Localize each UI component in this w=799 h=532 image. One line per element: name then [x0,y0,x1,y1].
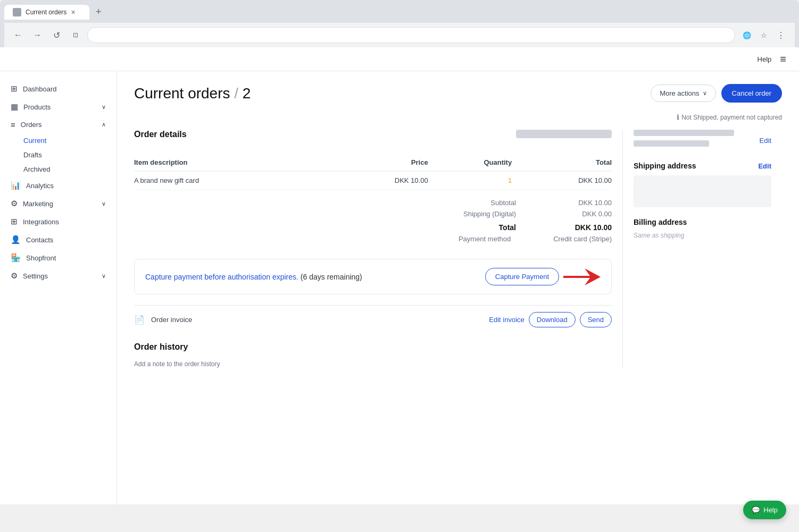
status-notice: ℹ Not Shipped, payment not captured [134,113,782,121]
info-icon: ℹ [677,113,679,121]
header-menu-icon[interactable]: ≡ [780,53,786,65]
browser-tab[interactable]: Current orders × [4,5,89,20]
marketing-icon: ⚙ [11,199,18,208]
capture-payment-text: Capture payment before authorisation exp… [145,273,362,281]
blurred-customer-email [634,140,709,147]
total-label: Total [431,223,516,232]
app-header: Help ≡ [0,47,799,71]
item-quantity: 1 [428,171,512,190]
capture-text-main: Capture payment before authorisation exp… [145,273,298,281]
page-header: Current orders / 2 More actions ∨ Cancel… [134,84,782,103]
order-totals: Subtotal DKK 10.00 Shipping (Digital) DK… [134,199,612,243]
billing-same-as-shipping: Same as shipping [634,232,771,239]
order-history: Order history Add a note to the order hi… [134,342,612,368]
subtotal-value: DKK 10.00 [559,199,612,207]
shipping-section-title: Shipping address Edit [634,162,771,170]
billing-section-title: Billing address [634,218,771,226]
subtotal-row: Subtotal DKK 10.00 [134,199,612,207]
sidebar-item-marketing[interactable]: ⚙ Marketing ∨ [0,195,116,213]
address-bar[interactable] [87,27,735,43]
send-button[interactable]: Send [580,312,612,327]
sidebar-item-label: Contacts [26,236,53,244]
shipping-label: Shipping (Digital) [431,210,516,218]
order-history-subtitle: Add a note to the order history [134,360,612,368]
capture-payment-button[interactable]: Capture Payment [485,268,559,285]
cancel-order-button[interactable]: Cancel order [721,84,782,103]
col-item: Item description [134,154,328,171]
payment-method-value: Credit card (Stripe) [553,235,612,243]
shopfront-icon: 🏪 [11,253,21,263]
payment-method-row: Payment method Credit card (Stripe) [134,235,612,243]
header-help-link[interactable]: Help [758,55,772,63]
sidebar-item-label: Integrations [23,218,59,226]
order-table: Item description Price Quantity Total A … [134,154,612,190]
tab-close-button[interactable]: × [71,8,75,16]
sidebar-item-contacts[interactable]: 👤 Contacts [0,231,116,249]
col-quantity: Quantity [428,154,512,171]
orders-icon: ≡ [11,120,15,129]
sidebar-item-orders[interactable]: ≡ Orders ∧ [0,116,116,133]
invoice-icon: 📄 [134,315,145,325]
shipping-row: Shipping (Digital) DKK 0.00 [134,210,612,218]
orders-submenu: Current Drafts Archived [0,133,116,176]
sidebar-item-integrations[interactable]: ⊞ Integrations [0,213,116,231]
chevron-down-icon: ∨ [703,90,707,97]
download-button[interactable]: Download [529,312,576,327]
svg-marker-0 [563,268,601,285]
sidebar-item-drafts[interactable]: Drafts [23,148,116,162]
tab-title: Current orders [26,9,66,16]
refresh-button[interactable]: ↺ [49,28,64,43]
total-value: DKK 10.00 [559,223,612,232]
red-arrow-indicator [563,268,601,285]
header-actions: More actions ∨ Cancel order [651,84,782,103]
sidebar-item-label: Analytics [26,182,54,190]
edit-invoice-link[interactable]: Edit invoice [489,316,524,324]
sidebar-item-current[interactable]: Current [23,133,116,148]
forward-button[interactable]: → [30,28,45,43]
help-fab-button[interactable]: 💬 Help [743,501,786,504]
contacts-icon: 👤 [11,235,21,244]
translate-button[interactable]: 🌐 [739,28,754,43]
col-price: Price [328,154,428,171]
chevron-down-icon: ∨ [102,273,106,280]
menu-button[interactable]: ⋮ [773,28,788,43]
tab-favicon [13,8,21,16]
customer-edit-link[interactable]: Edit [760,137,771,145]
products-icon: ▦ [11,102,18,112]
order-details-header: Order details [134,130,612,148]
item-description: A brand new gift card [134,171,328,190]
blurred-order-ref [516,130,612,138]
settings-icon: ⚙ [11,271,18,281]
section-title: Order details [134,130,187,139]
analytics-icon: 📊 [11,181,21,190]
new-tab-button[interactable]: + [91,4,106,20]
sidebar-item-settings[interactable]: ⚙ Settings ∨ [0,267,116,285]
sidebar-item-dashboard[interactable]: ⊞ Dashboard [0,80,116,98]
screenshot-button[interactable]: ⊡ [68,28,83,43]
shipping-edit-link[interactable]: Edit [758,162,771,170]
capture-right: Capture Payment [485,268,601,285]
total-row: Total DKK 10.00 [134,223,612,232]
customer-section: Edit [634,130,771,151]
back-button[interactable]: ← [11,28,26,43]
browser-nav: ← → ↺ ⊡ 🌐 ☆ ⋮ [4,23,795,47]
order-history-title: Order history [134,342,612,352]
invoice-label: Order invoice [151,316,192,324]
col-total: Total [512,154,612,171]
sidebar-item-label: Orders [21,121,42,129]
item-price: DKK 10.00 [328,171,428,190]
sidebar-item-label: Products [23,103,51,111]
billing-section: Billing address Same as shipping [634,218,771,239]
capture-payment-banner: Capture payment before authorisation exp… [134,259,612,294]
dashboard-icon: ⊞ [11,84,18,94]
sidebar-item-shopfront[interactable]: 🏪 Shopfront [0,249,116,267]
sidebar-item-archived[interactable]: Archived [23,162,116,176]
sidebar-item-analytics[interactable]: 📊 Analytics [0,176,116,195]
sidebar-item-products[interactable]: ▦ Products ∨ [0,98,116,116]
sidebar-item-label: Dashboard [23,85,57,93]
invoice-actions: Edit invoice Download Send [489,312,612,327]
bookmark-button[interactable]: ☆ [756,28,771,43]
sidebar-item-label: Shopfront [26,254,56,262]
blurred-customer-name [634,130,734,136]
more-actions-button[interactable]: More actions ∨ [651,85,715,102]
